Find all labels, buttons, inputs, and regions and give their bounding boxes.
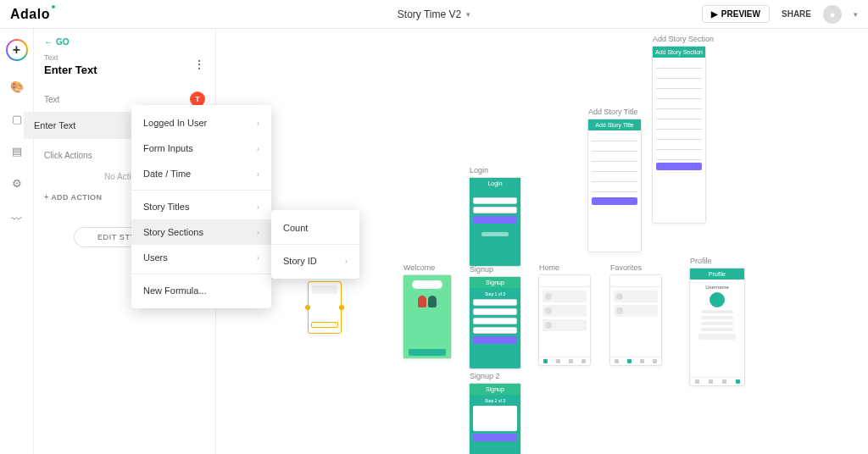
palette-icon[interactable]: 🎨 xyxy=(10,80,24,93)
screen-profile[interactable]: Profile Profile Username xyxy=(689,268,745,386)
settings-icon[interactable]: ⚙ xyxy=(10,176,24,190)
account-menu[interactable]: ● xyxy=(823,5,842,24)
share-button[interactable]: SHARE xyxy=(782,9,811,19)
preview-button[interactable]: ▶ PREVIEW xyxy=(702,5,770,23)
component-type: Text xyxy=(44,53,205,62)
add-button[interactable]: + xyxy=(6,39,28,61)
project-switcher[interactable]: Story Time V2 ▾ xyxy=(398,8,470,20)
magic-text-menu: Logged In User› Form Inputs› Date / Time… xyxy=(131,105,271,308)
screen-header: Signup xyxy=(470,277,520,288)
menu-item-new-formula[interactable]: New Formula... xyxy=(131,278,271,303)
chevron-right-icon: › xyxy=(257,119,259,128)
menu-item-story-sections[interactable]: Story Sections› xyxy=(131,219,271,245)
screen-signup[interactable]: Signup Signup Step 1 of 3 xyxy=(469,276,521,369)
welcome-bubble xyxy=(412,280,442,289)
screen-header: Profile xyxy=(690,269,744,280)
chevron-down-icon: ▾ xyxy=(466,10,470,19)
text-section-label: Text xyxy=(44,95,59,104)
database-icon[interactable]: ▤ xyxy=(10,144,24,158)
go-back-button[interactable]: ← GO xyxy=(44,37,205,47)
screen-header: Add Story Title xyxy=(588,119,641,130)
play-icon: ▶ xyxy=(711,9,718,19)
screen-label: Home xyxy=(539,263,559,272)
screen-add-story-section[interactable]: Add Story Section Add Story Section xyxy=(652,46,706,224)
menu-separator xyxy=(131,274,271,274)
menu-item-label: Logged In User xyxy=(143,118,207,128)
screen-label: Add Story Section xyxy=(653,35,714,43)
chevron-right-icon: › xyxy=(345,257,348,266)
avatar-icon xyxy=(709,292,725,307)
preview-label: PREVIEW xyxy=(721,9,760,19)
top-bar: Adalo Story Time V2 ▾ ▶ PREVIEW SHARE ● … xyxy=(0,0,868,29)
screen-label: Profile xyxy=(690,257,712,265)
screen-login[interactable]: Login Login xyxy=(469,177,521,267)
screen-home[interactable]: Home xyxy=(538,274,591,366)
menu-item-form-inputs[interactable]: Form Inputs› xyxy=(131,136,271,161)
screen-header: Add Story Section xyxy=(653,47,705,58)
chevron-right-icon: › xyxy=(257,169,259,179)
menu-item-users[interactable]: Users› xyxy=(131,245,271,270)
screen-selected[interactable] xyxy=(308,281,342,334)
publish-icon[interactable]: 〰 xyxy=(10,212,24,225)
menu-item-label: Date / Time xyxy=(143,169,191,179)
signup-subtitle: Step 1 of 3 xyxy=(473,291,517,296)
arrow-left-icon: ← xyxy=(44,37,53,47)
menu-separator xyxy=(271,244,359,245)
logo: Adalo xyxy=(10,7,50,22)
menu-item-label: Count xyxy=(283,223,308,233)
menu-separator xyxy=(131,190,271,191)
tool-rail: + 🎨 ▢ ▤ ⚙ 〰 xyxy=(0,29,34,454)
menu-item-story-titles[interactable]: Story Titles› xyxy=(131,194,271,219)
screen-welcome[interactable]: Welcome xyxy=(403,274,452,359)
menu-item-label: Story Sections xyxy=(143,227,203,237)
screen-label: Favorites xyxy=(610,263,642,272)
menu-item-label: Users xyxy=(143,252,168,263)
menu-item-date-time[interactable]: Date / Time› xyxy=(131,161,271,186)
menu-item-label: Form Inputs xyxy=(143,143,193,153)
submenu-item-count[interactable]: Count xyxy=(271,215,359,241)
welcome-illustration xyxy=(418,296,437,307)
story-sections-submenu: Count Story ID› xyxy=(271,210,359,279)
go-label: GO xyxy=(56,37,70,47)
submenu-item-story-id[interactable]: Story ID› xyxy=(271,248,359,274)
menu-item-label: New Formula... xyxy=(143,285,207,296)
screen-add-story-title[interactable]: Add Story Title Add Story Title xyxy=(587,119,642,252)
screen-header: Signup xyxy=(470,384,520,395)
screen-label: Login xyxy=(470,166,488,174)
chevron-right-icon: › xyxy=(257,228,259,237)
signup2-subtitle: Step 2 of 3 xyxy=(473,398,517,403)
user-icon: ● xyxy=(830,9,836,19)
screen-favorites[interactable]: Favorites xyxy=(609,274,662,366)
chevron-right-icon: › xyxy=(257,253,259,263)
component-title: Enter Text xyxy=(44,64,205,76)
screen-label: Add Story Title xyxy=(588,108,638,116)
menu-item-label: Story ID xyxy=(283,256,317,266)
screen-header: Login xyxy=(470,178,520,189)
screen-signup-2[interactable]: Signup 2 Signup Step 2 of 3 xyxy=(469,383,521,454)
screen-label: Welcome xyxy=(403,263,435,272)
menu-item-label: Story Titles xyxy=(143,202,189,212)
menu-item-logged-in-user[interactable]: Logged In User› xyxy=(131,110,271,136)
screen-label: Signup xyxy=(470,265,493,274)
chevron-right-icon: › xyxy=(257,202,259,212)
chevron-right-icon: › xyxy=(257,144,259,153)
screen-label: Signup 2 xyxy=(470,372,500,380)
screens-icon[interactable]: ▢ xyxy=(10,112,24,125)
project-name: Story Time V2 xyxy=(398,8,461,20)
chevron-down-icon: ▾ xyxy=(854,10,858,19)
more-icon[interactable]: ⋮ xyxy=(193,58,205,71)
